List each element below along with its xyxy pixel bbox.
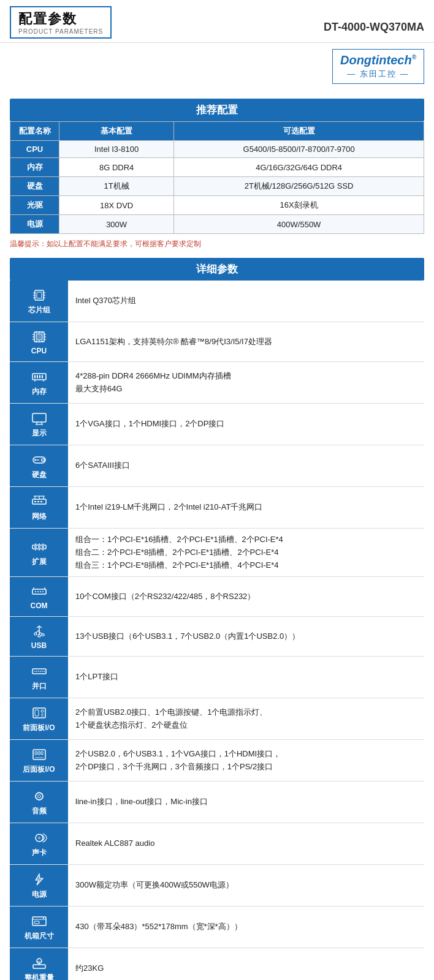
svg-point-35 [42, 459, 44, 461]
detail-icon-power [29, 871, 49, 888]
detail-icon-cell: 后面板I/O [10, 740, 68, 782]
detail-row: 电源 300W额定功率（可更换400W或550W电源） [10, 865, 424, 907]
detail-icon-label: 芯片组 [28, 305, 50, 315]
svg-point-65 [34, 633, 37, 635]
detail-icon-cell: 声卡 [10, 823, 68, 865]
svg-point-93 [43, 918, 44, 919]
logo-sub: — 东田工控 — [347, 69, 409, 80]
svg-point-59 [40, 591, 41, 592]
rec-row-name: 内存 [10, 158, 59, 177]
detail-row: 声卡 Realtek ALC887 audio [10, 823, 424, 865]
rec-row-name: CPU [10, 141, 59, 158]
svg-rect-26 [42, 375, 43, 379]
svg-point-57 [35, 591, 36, 592]
detail-icon-cell: 机箱尺寸 [10, 907, 68, 948]
rec-col-optional: 可选配置 [174, 122, 424, 141]
rec-row-basic: 300W [59, 215, 174, 234]
title-box: 配置参数 PRODUCT PARAMETERS [10, 6, 112, 39]
detail-row: 内存 4*288-pin DDR4 2666MHz UDIMM内存插槽最大支持6… [10, 362, 424, 404]
svg-rect-77 [35, 710, 39, 716]
detail-icon-expand [29, 538, 49, 556]
svg-point-68 [38, 635, 40, 637]
warm-tip: 温馨提示：如以上配置不能满足要求，可根据客户要求定制 [10, 239, 424, 249]
recommend-row: 内存 8G DDR4 4G/16G/32G/64G DDR4 [10, 158, 424, 177]
svg-rect-85 [41, 752, 43, 755]
detail-row: 并口 1个LPT接口 [10, 657, 424, 698]
rec-row-name: 电源 [10, 215, 59, 234]
svg-rect-0 [35, 290, 44, 300]
detail-icon-cell: KG 整机重量 [10, 948, 68, 980]
detail-icon-ram [29, 368, 49, 385]
detail-icon-cell: 芯片组 [10, 281, 68, 322]
detail-row: COM 10个COM接口（2个RS232/422/485，8个RS232） [10, 577, 424, 617]
svg-point-60 [42, 591, 44, 592]
recommend-row: CPU Intel I3-8100 G5400/I5-8500/I7-8700/… [10, 141, 424, 158]
detail-row: 音频 line-in接口，line-out接口，Mic-in接口 [10, 782, 424, 823]
detail-icon-label: 电源 [32, 889, 47, 900]
detail-icon-label: 前面板I/O [23, 723, 55, 733]
detail-icon-soundcard [29, 829, 49, 846]
detail-icon-cell: CPU [10, 322, 68, 362]
detail-icon-com [29, 583, 49, 600]
rec-row-optional: 400W/550W [174, 215, 424, 234]
detail-value-cell: 13个USB接口（6个USB3.1，7个USB2.0（内置1个USB2.0）） [68, 617, 424, 657]
svg-rect-47 [34, 546, 37, 548]
header-left: 配置参数 PRODUCT PARAMETERS [10, 6, 112, 39]
svg-rect-41 [40, 501, 42, 502]
logo-area: Dongtintech® — 东田工控 — [0, 43, 434, 90]
rec-row-optional: G5400/I5-8500/I7-8700/I7-9700 [174, 141, 424, 158]
svg-rect-9 [36, 334, 42, 340]
rec-col-name: 配置名称 [10, 122, 59, 141]
detail-icon-cell: COM [10, 577, 68, 617]
detail-value-cell: 1个Intel i219-LM千兆网口，2个Intel i210-AT千兆网口 [68, 487, 424, 529]
detail-icon-label: 内存 [32, 386, 47, 397]
detail-icon-parallel [29, 663, 49, 680]
detail-value-cell: 2个USB2.0，6个USB3.1，1个VGA接口，1个HDMI接口，2个DP接… [68, 740, 424, 782]
rec-row-optional: 16X刻录机 [174, 196, 424, 215]
detail-table: 芯片组 Intel Q370芯片组 CPU [10, 281, 424, 980]
svg-rect-40 [37, 501, 39, 502]
svg-point-58 [37, 591, 39, 592]
rec-col-basic: 基本配置 [59, 122, 174, 141]
svg-rect-84 [38, 752, 40, 755]
svg-rect-23 [34, 375, 36, 379]
recommend-section-title: 推荐配置 [10, 99, 424, 121]
detail-icon-chassis [29, 913, 49, 930]
detail-icon-weight: KG [29, 954, 49, 971]
svg-rect-24 [37, 375, 38, 379]
rec-row-basic: 18X DVD [59, 196, 174, 215]
detail-row: 后面板I/O 2个USB2.0，6个USB3.1，1个VGA接口，1个HDMI接… [10, 740, 424, 782]
svg-rect-25 [39, 375, 40, 379]
detail-row: 机箱尺寸 430（带耳朵483）*552*178mm（宽*深*高）） [10, 907, 424, 948]
detail-section-title: 详细参数 [10, 258, 424, 281]
recommend-row: 光驱 18X DVD 16X刻录机 [10, 196, 424, 215]
rec-row-basic: 8G DDR4 [59, 158, 174, 177]
detail-icon-label: COM [31, 601, 48, 610]
detail-value-cell: 组合一：1个PCI-E*16插槽、2个PCI-E*1插槽、2个PCI-E*4组合… [68, 529, 424, 577]
svg-point-87 [37, 795, 40, 798]
svg-rect-82 [35, 757, 44, 758]
detail-value-cell: Realtek ALC887 audio [68, 823, 424, 865]
detail-row: 网络 1个Intel i219-LM千兆网口，2个Intel i210-AT千兆… [10, 487, 424, 529]
detail-icon-cell: 网络 [10, 487, 68, 529]
svg-rect-94 [34, 921, 39, 924]
logo-box: Dongtintech® — 东田工控 — [332, 49, 424, 84]
rec-row-name: 硬盘 [10, 177, 59, 196]
detail-icon-cell: 前面板I/O [10, 698, 68, 740]
svg-rect-97 [33, 965, 45, 968]
detail-icon-network [29, 493, 49, 510]
detail-icon-cell: USB [10, 617, 68, 657]
detail-icon-cell: 内存 [10, 362, 68, 404]
svg-rect-39 [34, 501, 36, 502]
detail-icon-label: 机箱尺寸 [25, 931, 54, 941]
model-number: DT-4000-WQ370MA [324, 21, 424, 39]
detail-value-cell: line-in接口，line-out接口，Mic-in接口 [68, 782, 424, 823]
svg-line-64 [36, 630, 39, 633]
detail-icon-label: 音频 [32, 806, 47, 816]
detail-icon-cpu [29, 328, 49, 345]
detail-icon-cell: 音频 [10, 782, 68, 823]
svg-rect-83 [35, 752, 37, 755]
title-en: PRODUCT PARAMETERS [18, 28, 103, 35]
detail-value-cell: 430（带耳朵483）*552*178mm（宽*深*高）） [68, 907, 424, 948]
rec-row-optional: 4G/16G/32G/64G DDR4 [174, 158, 424, 177]
